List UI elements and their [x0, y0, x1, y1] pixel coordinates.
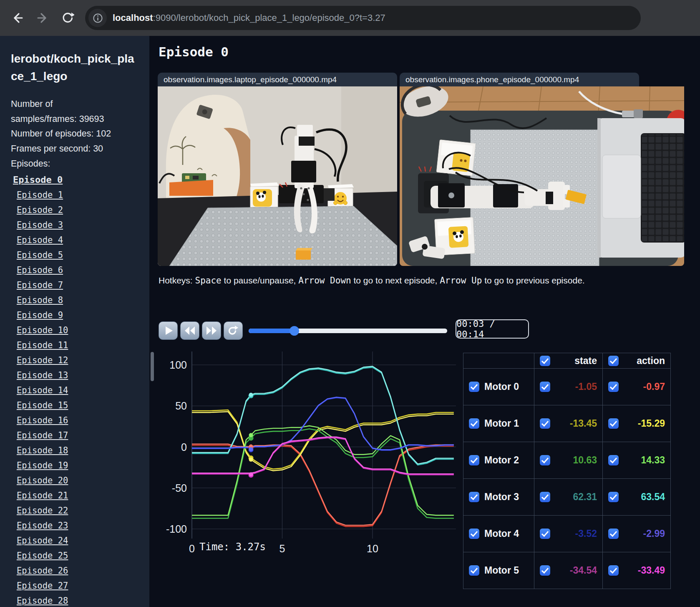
action-checkbox[interactable] — [608, 418, 619, 429]
motor-name: Motor 5 — [484, 565, 519, 576]
svg-text:0: 0 — [181, 441, 187, 453]
action-checkbox[interactable] — [608, 529, 619, 539]
url-text: localhost:9090/lerobot/koch_pick_place_1… — [113, 13, 385, 23]
state-checkbox[interactable] — [540, 418, 550, 429]
forward-icon[interactable] — [35, 10, 50, 25]
svg-text:50: 50 — [175, 400, 187, 412]
action-checkbox[interactable] — [608, 455, 619, 465]
episode-link[interactable]: Episode 19 — [17, 460, 149, 470]
video-label-laptop: observation.images.laptop_episode_000000… — [158, 73, 397, 86]
seek-slider[interactable] — [249, 324, 447, 338]
loop-button[interactable] — [224, 321, 243, 340]
motor-checkbox[interactable] — [469, 529, 479, 539]
state-checkbox[interactable] — [540, 529, 550, 539]
motor-row: Motor 210.6314.33 — [463, 442, 671, 479]
rewind-button[interactable] — [180, 321, 199, 340]
state-checkbox[interactable] — [540, 382, 550, 392]
episode-link[interactable]: Episode 9 — [17, 310, 149, 320]
lego-baseplate — [169, 206, 397, 266]
dataset-info: Number of samples/frames: 39693 Number o… — [11, 97, 120, 171]
playback-controls — [159, 321, 243, 340]
episode-link[interactable]: Episode 27 — [17, 581, 149, 591]
action-checkbox[interactable] — [608, 565, 619, 576]
episode-link[interactable]: Episode 13 — [17, 370, 149, 380]
motor-row: Motor 362.3163.54 — [463, 479, 671, 516]
episode-link[interactable]: Episode 2 — [17, 205, 149, 215]
state-checkbox[interactable] — [540, 565, 550, 576]
laptop-camera-video[interactable] — [158, 86, 397, 266]
episode-link[interactable]: Episode 8 — [17, 295, 149, 305]
svg-text:100: 100 — [169, 359, 187, 371]
episode-link[interactable]: Episode 6 — [17, 265, 149, 275]
site-info-icon[interactable] — [88, 9, 107, 27]
episode-link[interactable]: Episode 4 — [17, 235, 149, 245]
episode-link[interactable]: Episode 3 — [17, 220, 149, 230]
episode-link[interactable]: Episode 7 — [17, 280, 149, 290]
time-display: 00:03 / 00:14 — [456, 319, 529, 339]
episode-link[interactable]: Episode 23 — [17, 521, 149, 531]
episode-link[interactable]: Episode 26 — [17, 566, 149, 576]
samples-count: Number of samples/frames: 39693 — [11, 97, 120, 126]
empty-header-cell — [463, 353, 534, 369]
action-value: 63.54 — [641, 491, 665, 503]
episode-link[interactable]: Episode 21 — [17, 491, 149, 501]
phone-camera-video[interactable] — [400, 86, 684, 266]
state-checkbox[interactable] — [540, 455, 550, 465]
episode-link[interactable]: Episode 24 — [17, 536, 149, 546]
address-bar[interactable]: localhost:9090/lerobot/koch_pick_place_1… — [85, 6, 641, 30]
svg-text:0: 0 — [189, 543, 195, 554]
motor-name: Motor 2 — [484, 455, 519, 466]
episode-link[interactable]: Episode 10 — [17, 325, 149, 335]
episode-link[interactable]: Episode 0 — [13, 175, 149, 185]
page-title: Episode 0 — [159, 44, 229, 59]
motor-checkbox[interactable] — [469, 418, 479, 429]
slider-thumb[interactable] — [290, 326, 299, 336]
play-button[interactable] — [159, 321, 178, 340]
state-value: 10.63 — [573, 455, 597, 466]
video-label-phone: observation.images.phone_episode_000000.… — [400, 73, 639, 86]
motor-checkbox[interactable] — [469, 492, 479, 502]
state-value: -3.52 — [575, 528, 597, 539]
state-value: -13.45 — [570, 418, 597, 429]
episode-link[interactable]: Episode 18 — [17, 445, 149, 455]
url-path: :9090/lerobot/koch_pick_place_1_lego/epi… — [153, 13, 385, 23]
episode-link[interactable]: Episode 5 — [17, 250, 149, 260]
episode-link[interactable]: Episode 11 — [17, 340, 149, 350]
sidebar: lerobot/koch_pick_place_1_lego Number of… — [0, 36, 149, 607]
svg-text:10: 10 — [367, 543, 378, 554]
chart-time-label: Time: 3.27s — [199, 541, 266, 553]
state-column-checkbox[interactable] — [540, 356, 550, 366]
motors-table: state action Motor 0-1.05-0.97Motor 1-13… — [463, 353, 671, 589]
motor-chart[interactable]: 100500-50-1000510 — [162, 352, 460, 556]
episode-link[interactable]: Episode 20 — [17, 475, 149, 486]
action-checkbox[interactable] — [608, 382, 619, 392]
motor-checkbox[interactable] — [469, 455, 479, 465]
kbd-arrow-up: Arrow Up — [440, 276, 482, 286]
episode-link[interactable]: Episode 22 — [17, 506, 149, 516]
fast-forward-button[interactable] — [202, 321, 221, 340]
episode-link[interactable]: Episode 17 — [17, 430, 149, 440]
episode-link[interactable]: Episode 1 — [17, 190, 149, 200]
motor-checkbox[interactable] — [469, 382, 479, 392]
table-header-row: state action — [463, 353, 671, 369]
back-icon[interactable] — [10, 10, 25, 25]
action-column-checkbox[interactable] — [608, 356, 619, 366]
main-content: Episode 0 observation.images.laptop_epis… — [149, 36, 700, 607]
episode-link[interactable]: Episode 25 — [17, 551, 149, 561]
episode-link[interactable]: Episode 14 — [17, 385, 149, 395]
episode-link[interactable]: Episode 16 — [17, 415, 149, 425]
motor-checkbox[interactable] — [469, 565, 479, 576]
state-checkbox[interactable] — [540, 492, 550, 502]
action-value: 14.33 — [641, 455, 665, 466]
fps-info: Frames per second: 30 — [11, 142, 120, 157]
action-checkbox[interactable] — [608, 492, 619, 502]
action-value: -15.29 — [638, 418, 665, 429]
reload-icon[interactable] — [60, 10, 75, 25]
episode-link[interactable]: Episode 15 — [17, 400, 149, 410]
episode-link[interactable]: Episode 28 — [17, 596, 149, 606]
episode-link[interactable]: Episode 12 — [17, 355, 149, 365]
motor-row: Motor 5-34.54-33.49 — [463, 552, 671, 589]
scrollbar-thumb[interactable] — [151, 352, 154, 381]
motor-row: Motor 1-13.45-15.29 — [463, 405, 671, 442]
svg-text:5: 5 — [279, 543, 285, 554]
